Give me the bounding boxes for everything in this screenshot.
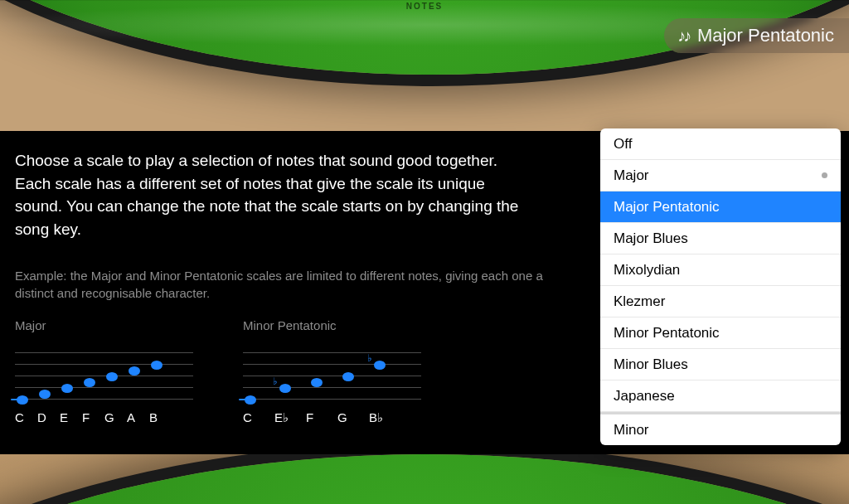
scale-option-label: Minor Blues: [614, 356, 688, 373]
scale-option-label: Mixolydian: [614, 262, 680, 279]
scale-option-minor-pentatonic[interactable]: Minor Pentatonic: [600, 317, 841, 349]
scale-option-off[interactable]: Off: [600, 128, 841, 160]
staff-minor-pent-labels: CE♭ FG B♭: [243, 410, 421, 425]
staff-minor-pent-title: Minor Pentatonic: [243, 318, 421, 332]
notes-mode-label: NOTES: [406, 2, 443, 11]
scale-list-popover: OffMajorMajor PentatonicMajor BluesMixol…: [600, 128, 841, 445]
staff-minor-pent-lines: ♭ ♭: [243, 344, 421, 402]
scale-option-label: Japanese: [614, 388, 675, 405]
staff-minor-pentatonic: Minor Pentatonic ♭ ♭ CE♭ FG B♭: [243, 318, 421, 425]
scale-option-label: Off: [614, 136, 632, 153]
staff-major-labels: CD EF GA B: [15, 410, 193, 424]
staff-major-lines: [15, 344, 193, 402]
notes-icon: ♪♪: [677, 27, 689, 46]
scale-option-label: Major Pentatonic: [614, 199, 720, 216]
default-indicator-dot: [822, 172, 827, 178]
scale-option-major-pentatonic[interactable]: Major Pentatonic: [600, 191, 841, 223]
scale-option-minor[interactable]: Minor: [600, 412, 841, 445]
scale-option-klezmer[interactable]: Klezmer: [600, 286, 841, 317]
current-scale-name: Major Pentatonic: [697, 25, 834, 46]
scale-option-label: Major: [614, 167, 649, 184]
scale-option-mixolydian[interactable]: Mixolydian: [600, 254, 841, 286]
scale-option-major-blues[interactable]: Major Blues: [600, 223, 841, 254]
current-scale-pill[interactable]: ♪♪ Major Pentatonic: [664, 18, 849, 53]
staff-major-title: Major: [15, 318, 193, 332]
staff-major: Major CD EF GA B: [15, 318, 193, 425]
scale-example-caption: Example: the Major and Minor Pentatonic …: [15, 267, 546, 302]
scale-option-label: Minor Pentatonic: [614, 325, 720, 342]
scale-option-label: Klezmer: [614, 293, 665, 310]
scale-info-panel: Choose a scale to play a selection of no…: [0, 131, 849, 454]
ukulele-body-bottom: [0, 454, 849, 504]
scale-option-minor-blues[interactable]: Minor Blues: [600, 349, 841, 380]
scale-option-label: Major Blues: [614, 230, 688, 247]
scale-option-japanese[interactable]: Japanese: [600, 380, 841, 412]
scale-option-major[interactable]: Major: [600, 160, 841, 191]
scale-option-label: Minor: [614, 422, 649, 439]
scale-description: Choose a scale to play a selection of no…: [15, 149, 533, 240]
